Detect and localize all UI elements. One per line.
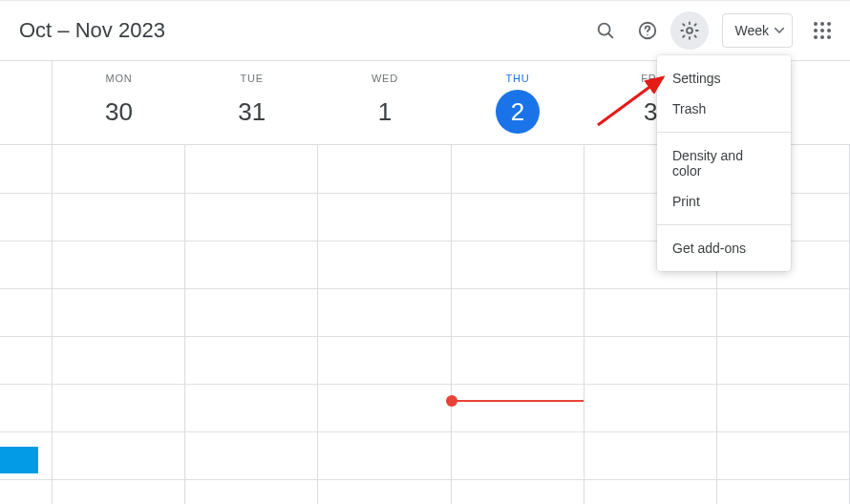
day-column[interactable] — [452, 145, 584, 504]
menu-divider — [657, 132, 791, 133]
day-label: WED — [318, 73, 451, 84]
svg-point-3 — [648, 34, 648, 35]
day-column[interactable] — [185, 145, 318, 504]
svg-line-1 — [608, 33, 612, 37]
day-column[interactable] — [53, 145, 185, 504]
day-number: 30 — [97, 90, 141, 134]
menu-item-print[interactable]: Print — [657, 186, 791, 217]
svg-point-4 — [688, 28, 693, 33]
day-header-thu[interactable]: THU 2 — [452, 61, 584, 144]
event-block[interactable] — [0, 447, 38, 473]
menu-item-density[interactable]: Density and color — [657, 140, 791, 186]
date-range-title: Oct – Nov 2023 — [19, 18, 586, 43]
day-number: 2 — [496, 90, 540, 134]
time-gutter — [0, 145, 53, 504]
day-header-tue[interactable]: TUE 31 — [185, 61, 318, 144]
day-header-wed[interactable]: WED 1 — [318, 61, 451, 144]
current-time-indicator — [452, 400, 584, 402]
settings-gear-icon[interactable] — [670, 11, 709, 50]
header-actions: Week — [586, 11, 839, 50]
chevron-down-icon — [775, 28, 784, 33]
day-label: MON — [53, 73, 185, 84]
day-number: 1 — [363, 90, 407, 134]
google-apps-icon[interactable] — [806, 14, 839, 47]
menu-item-settings[interactable]: Settings — [657, 63, 791, 94]
menu-divider — [657, 224, 791, 225]
menu-item-trash[interactable]: Trash — [657, 94, 791, 124]
day-number: 31 — [230, 90, 274, 134]
view-selector-label: Week — [734, 23, 769, 38]
day-column[interactable] — [318, 145, 451, 504]
header-bar: Oct – Nov 2023 Week — [0, 0, 850, 61]
settings-dropdown-menu: Settings Trash Density and color Print G… — [657, 55, 791, 271]
day-label: TUE — [185, 73, 318, 84]
view-selector[interactable]: Week — [722, 13, 793, 48]
current-time-dot — [446, 395, 457, 407]
help-icon[interactable] — [628, 11, 667, 50]
time-gutter-header — [0, 61, 53, 144]
search-icon[interactable] — [586, 11, 625, 50]
day-header-mon[interactable]: MON 30 — [53, 61, 185, 144]
day-label: THU — [452, 73, 584, 84]
menu-item-addons[interactable]: Get add-ons — [657, 233, 791, 263]
